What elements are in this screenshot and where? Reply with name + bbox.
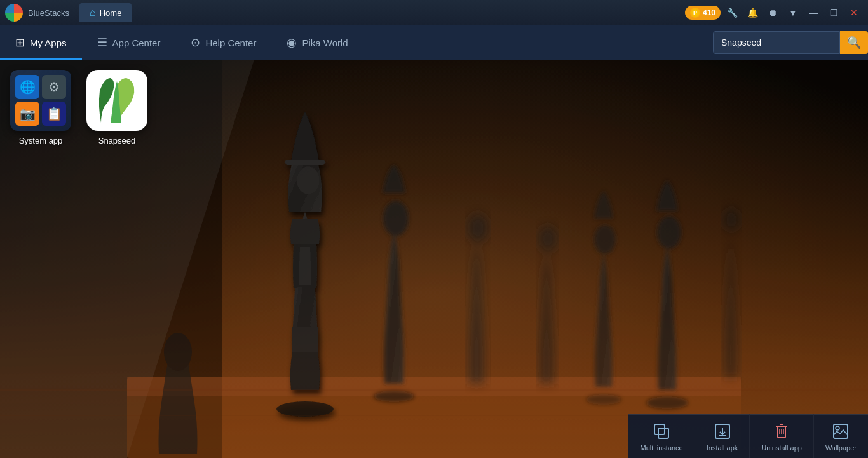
title-bar-controls: P 410 🔧 🔔 ⏺ ▼ — ❐ ✕ xyxy=(685,4,863,22)
points-badge[interactable]: P 410 xyxy=(685,6,721,20)
toolbar-wallpaper[interactable]: Wallpaper xyxy=(813,414,868,458)
bluestacks-logo xyxy=(5,4,23,22)
search-icon: 🔍 xyxy=(847,36,861,50)
help-center-label: Help Center xyxy=(205,37,256,48)
svg-point-13 xyxy=(594,225,616,254)
notifications-button[interactable]: 🔔 xyxy=(743,4,761,22)
wrench-button[interactable]: 🔧 xyxy=(723,4,741,22)
help-center-icon: ⊙ xyxy=(191,36,200,50)
brand-name: BlueStacks xyxy=(28,8,69,18)
search-button[interactable]: 🔍 xyxy=(840,31,868,54)
sys-icon-globe: 🌐 xyxy=(15,75,39,99)
wallpaper-label: Wallpaper xyxy=(825,444,857,452)
system-app-icon: 🌐 ⚙ 📷 📋 xyxy=(10,70,71,131)
sys-icon-camera: 📷 xyxy=(15,102,39,126)
tab-app-center[interactable]: ☰ App Center xyxy=(82,25,176,60)
svg-rect-20 xyxy=(654,424,665,434)
main-content: 🌐 ⚙ 📷 📋 System app xyxy=(0,60,868,458)
snapseed-label: Snapseed xyxy=(98,136,136,145)
app-item-system[interactable]: 🌐 ⚙ 📷 📋 System app xyxy=(10,70,71,145)
svg-rect-5 xyxy=(127,377,741,396)
app-center-icon: ☰ xyxy=(97,36,107,50)
svg-point-7 xyxy=(297,166,320,194)
svg-point-17 xyxy=(164,333,192,371)
record-button[interactable]: ⏺ xyxy=(764,4,782,22)
apps-area: 🌐 ⚙ 📷 📋 System app xyxy=(10,70,147,145)
svg-point-16 xyxy=(723,208,740,231)
search-bar: 🔍 xyxy=(713,25,868,60)
points-icon: P xyxy=(690,8,700,18)
app-item-snapseed[interactable]: Snapseed xyxy=(86,70,147,145)
tab-help-center[interactable]: ⊙ Help Center xyxy=(175,25,271,60)
sys-icon-gear: ⚙ xyxy=(42,75,66,99)
svg-point-9 xyxy=(383,201,409,236)
svg-point-32 xyxy=(836,426,839,430)
system-app-label: System app xyxy=(19,136,63,145)
svg-point-8 xyxy=(374,391,414,402)
snapseed-logo xyxy=(95,75,139,126)
home-tab-label: Home xyxy=(100,8,122,18)
svg-point-6 xyxy=(276,401,334,417)
svg-rect-21 xyxy=(658,428,668,438)
search-input[interactable] xyxy=(721,37,823,48)
home-icon: ⌂ xyxy=(90,7,96,18)
uninstall-app-label: Uninstall app xyxy=(761,444,802,452)
install-apk-label: Install apk xyxy=(707,444,738,452)
nav-bar: ⊞ My Apps ☰ App Center ⊙ Help Center ◉ P… xyxy=(0,25,868,60)
svg-point-15 xyxy=(657,216,681,249)
install-apk-icon xyxy=(712,421,733,441)
close-button[interactable]: ✕ xyxy=(845,4,863,22)
tab-pika-world[interactable]: ◉ Pika World xyxy=(271,25,363,60)
toolbar-multi-instance[interactable]: Multi instance xyxy=(628,414,694,458)
svg-point-11 xyxy=(538,226,557,252)
svg-point-14 xyxy=(646,396,688,409)
pika-world-icon: ◉ xyxy=(287,36,297,50)
svg-point-12 xyxy=(586,394,621,405)
svg-point-10 xyxy=(468,214,488,242)
snapseed-icon xyxy=(86,70,147,131)
minimize-button[interactable]: — xyxy=(804,4,822,22)
search-input-container xyxy=(713,31,840,54)
svg-rect-31 xyxy=(834,424,848,438)
uninstall-app-icon xyxy=(771,421,792,441)
points-value: 410 xyxy=(703,8,715,17)
multi-instance-label: Multi instance xyxy=(640,444,682,452)
bottom-toolbar: Multi instance Install apk xyxy=(628,414,868,458)
sys-icon-apps: 📋 xyxy=(42,102,66,126)
tab-my-apps[interactable]: ⊞ My Apps xyxy=(0,25,82,60)
toolbar-install-apk[interactable]: Install apk xyxy=(695,414,750,458)
my-apps-label: My Apps xyxy=(30,37,67,48)
pika-world-label: Pika World xyxy=(302,37,348,48)
maximize-button[interactable]: ❐ xyxy=(825,4,843,22)
home-tab[interactable]: ⌂ Home xyxy=(79,3,132,22)
toolbar-uninstall-app[interactable]: Uninstall app xyxy=(749,414,813,458)
app-center-label: App Center xyxy=(112,37,161,48)
multi-instance-icon xyxy=(651,421,672,441)
settings-button[interactable]: ▼ xyxy=(784,4,802,22)
wallpaper-icon xyxy=(831,421,851,441)
title-bar: BlueStacks ⌂ Home P 410 🔧 🔔 ⏺ ▼ — ❐ ✕ xyxy=(0,0,868,25)
my-apps-icon: ⊞ xyxy=(15,36,25,50)
